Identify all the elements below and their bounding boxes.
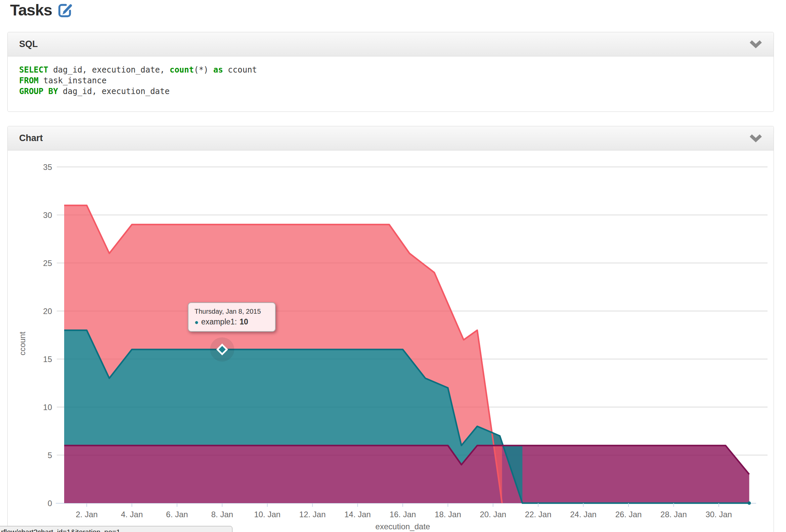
- edit-icon[interactable]: [57, 3, 73, 18]
- chevron-down-icon: [749, 40, 762, 48]
- chart-tooltip: Thursday, Jan 8, 2015 ● example1: 10: [188, 302, 276, 332]
- chart-panel-header[interactable]: Chart: [8, 126, 773, 151]
- chart-collapse-button[interactable]: [749, 134, 762, 142]
- y-tick-label: 20: [43, 307, 52, 316]
- chart-panel: Chart 2. Jan4. Jan6. Jan8. Jan10. Jan12.…: [7, 126, 774, 532]
- x-tick-label: 20. Jan: [480, 510, 506, 519]
- sql-panel: SQL SELECT dag_id, execution_date, count…: [7, 32, 774, 112]
- y-tick-label: 0: [48, 499, 52, 508]
- x-tick-label: 6. Jan: [166, 510, 188, 519]
- tooltip-date: Thursday, Jan 8, 2015: [194, 308, 268, 315]
- page-title: Tasks: [10, 1, 52, 19]
- x-tick-label: 16. Jan: [390, 510, 416, 519]
- status-bar-url: rflow/chart?chart_id=1&iteration_no=1: [0, 526, 232, 532]
- x-tick-label: 30. Jan: [706, 510, 732, 519]
- series-end-dot: [748, 502, 751, 505]
- tooltip-value: 10: [239, 317, 248, 326]
- sql-code-block: SELECT dag_id, execution_date, count(*) …: [8, 56, 773, 97]
- x-tick-label: 18. Jan: [435, 510, 461, 519]
- series-bullet-icon: ●: [194, 319, 199, 325]
- x-tick-label: 4. Jan: [121, 510, 143, 519]
- x-tick-label: 26. Jan: [615, 510, 642, 519]
- sql-panel-header[interactable]: SQL: [8, 32, 773, 56]
- x-tick-label: 8. Jan: [211, 510, 233, 519]
- x-tick-label: 14. Jan: [344, 510, 371, 519]
- chevron-down-icon: [749, 134, 762, 142]
- browser-status-bar: rflow/chart?chart_id=1&iteration_no=1: [0, 526, 232, 532]
- sql-collapse-button[interactable]: [749, 40, 762, 48]
- y-tick-label: 15: [43, 355, 52, 364]
- x-tick-label: 2. Jan: [76, 510, 98, 519]
- y-tick-label: 35: [43, 163, 52, 171]
- sql-panel-title: SQL: [19, 39, 38, 49]
- y-tick-label: 10: [43, 403, 52, 412]
- x-tick-label: 12. Jan: [299, 510, 326, 519]
- x-tick-label: 24. Jan: [570, 510, 597, 519]
- y-axis-title: ccount: [18, 331, 27, 355]
- area-bottom-series-purple: [64, 445, 749, 503]
- x-tick-label: 10. Jan: [254, 510, 280, 519]
- x-tick-label: 28. Jan: [661, 510, 687, 519]
- x-tick-label: 22. Jan: [525, 510, 552, 519]
- stacked-area-chart[interactable]: 2. Jan4. Jan6. Jan8. Jan10. Jan12. Jan14…: [8, 151, 773, 532]
- tooltip-series-label: example1:: [201, 317, 237, 326]
- chart-panel-title: Chart: [19, 133, 43, 143]
- page-header: Tasks: [10, 1, 73, 19]
- y-tick-label: 30: [43, 211, 52, 219]
- x-axis-title: execution_date: [375, 522, 430, 531]
- chart-area: 2. Jan4. Jan6. Jan8. Jan10. Jan12. Jan14…: [8, 151, 773, 532]
- y-tick-label: 25: [43, 259, 52, 268]
- y-tick-label: 5: [48, 451, 52, 460]
- sql-code: SELECT dag_id, execution_date, count(*) …: [19, 65, 762, 97]
